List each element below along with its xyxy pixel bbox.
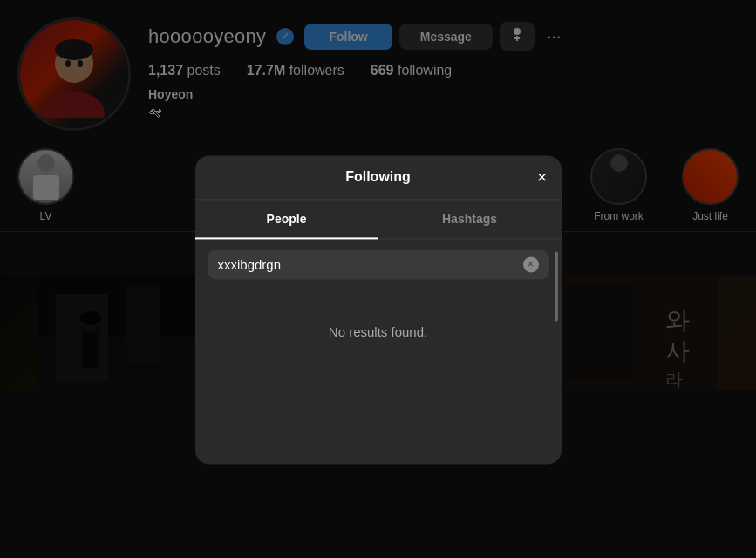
search-clear-button[interactable]: × — [523, 256, 539, 272]
scrollbar-track[interactable] — [555, 242, 558, 455]
tab-people[interactable]: People — [195, 200, 378, 238]
no-results-message: No results found. — [195, 289, 562, 374]
modal-title: Following — [345, 169, 411, 185]
following-modal: Following × People Hashtags × No results… — [195, 155, 562, 464]
scrollbar-thumb — [555, 251, 558, 321]
search-input-wrapper: × — [208, 249, 549, 279]
tab-hashtags[interactable]: Hashtags — [378, 200, 562, 238]
modal-tabs: People Hashtags — [195, 200, 562, 239]
modal-close-button[interactable]: × — [537, 168, 548, 186]
search-container: × — [195, 239, 562, 289]
search-input[interactable] — [218, 257, 516, 272]
modal-header: Following × — [195, 155, 562, 200]
modal-body: No results found. — [195, 289, 562, 464]
